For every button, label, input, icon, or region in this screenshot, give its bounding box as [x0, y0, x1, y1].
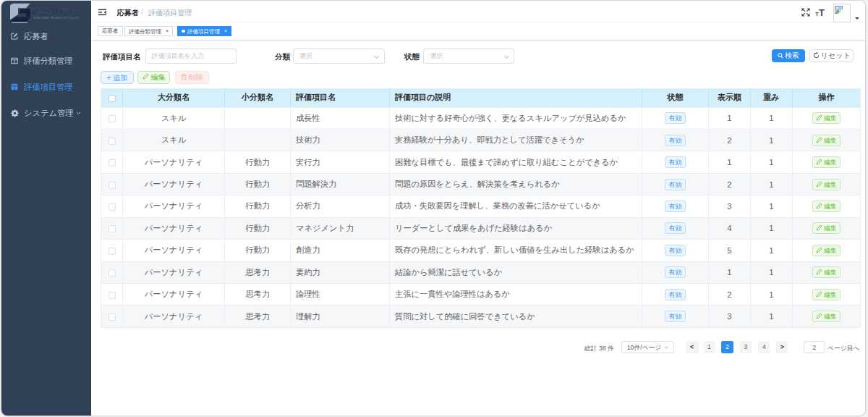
svg-text:INTELLIGENT TECHNOLOGY CO.,LTD: INTELLIGENT TECHNOLOGY CO.,LTD.: [33, 17, 79, 20]
svg-text:Z-SOFT: Z-SOFT: [32, 6, 75, 17]
